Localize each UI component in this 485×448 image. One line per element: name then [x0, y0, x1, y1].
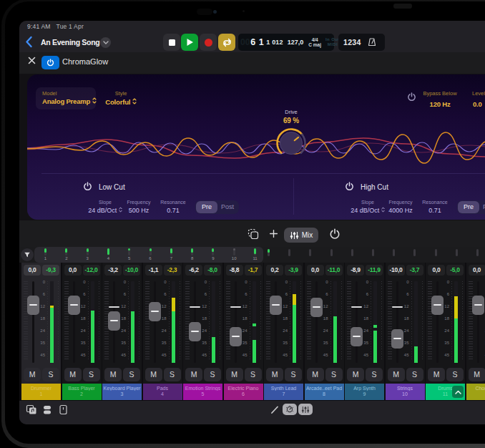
- track-label[interactable]: Drummer 1: [21, 384, 61, 400]
- count-in-button[interactable]: 1234: [343, 38, 361, 47]
- volume-value[interactable]: 0,2: [266, 265, 283, 276]
- collapse-stack-button[interactable]: [452, 386, 464, 398]
- high-cut-power-icon[interactable]: [345, 182, 354, 191]
- mute-button[interactable]: M: [469, 368, 485, 381]
- lcd-display[interactable]: 00 6 1 1 012 127,0 4/4C maj In OutMIDI: [238, 34, 334, 51]
- fader-handle[interactable]: [391, 329, 403, 349]
- play-button[interactable]: [181, 34, 198, 51]
- track-label[interactable]: Synth Lead 7: [264, 384, 303, 400]
- fader-handle[interactable]: [68, 296, 80, 315]
- plugins-icon[interactable]: [42, 404, 52, 415]
- mute-button[interactable]: M: [145, 368, 162, 381]
- add-track-icon[interactable]: [269, 229, 278, 238]
- channel-strip-12[interactable]: 0,0 061218243545 M S: [466, 263, 485, 384]
- channel-strip-9[interactable]: -8,9 -11,9 061218243545 M S: [345, 263, 384, 384]
- volume-value[interactable]: -8,9: [347, 265, 364, 276]
- count-in-group[interactable]: 1234: [338, 34, 385, 51]
- fader-handle[interactable]: [351, 327, 363, 346]
- channel-strip-7[interactable]: 0,2 -3,9 061218243545 M S: [264, 263, 303, 384]
- track-label[interactable]: Keyboard Player 3: [102, 384, 142, 400]
- mute-button[interactable]: M: [24, 368, 41, 381]
- track-label[interactable]: Bass Player 2: [62, 384, 102, 400]
- fader-handle[interactable]: [270, 296, 282, 315]
- solo-button[interactable]: S: [245, 368, 262, 381]
- mix-button[interactable]: Mix: [284, 228, 318, 243]
- mute-button[interactable]: M: [388, 368, 405, 381]
- high-cut-post-button[interactable]: Post: [479, 201, 485, 213]
- volume-value[interactable]: 0,0: [64, 265, 82, 276]
- back-chevron-icon[interactable]: [25, 36, 33, 48]
- solo-button[interactable]: S: [366, 368, 383, 381]
- loop-browser-icon[interactable]: [26, 404, 37, 415]
- track-label[interactable]: Emotion Strings 5: [183, 384, 222, 400]
- track-label[interactable]: Arcade..eet Pad 8: [305, 384, 344, 400]
- track-label[interactable]: Strings 10: [386, 384, 425, 400]
- mute-button[interactable]: M: [347, 368, 364, 381]
- mute-button[interactable]: M: [185, 368, 202, 381]
- track-label[interactable]: Chorus V: [466, 384, 485, 400]
- song-menu-button[interactable]: [100, 37, 111, 48]
- solo-button[interactable]: S: [406, 368, 423, 381]
- mixer-view-button[interactable]: [298, 404, 313, 415]
- volume-value[interactable]: 0,0: [428, 265, 445, 276]
- model-selector[interactable]: Model Analog Preamp: [36, 87, 96, 109]
- channel-strip-10[interactable]: -10,0 -3,7 061218243545 M S: [386, 263, 425, 384]
- solo-button[interactable]: S: [42, 368, 59, 381]
- channel-strip-8[interactable]: 0,0 -11,0 061218243545 M S: [305, 263, 344, 384]
- fader-handle[interactable]: [310, 298, 323, 317]
- mute-button[interactable]: M: [428, 368, 445, 381]
- close-icon[interactable]: [28, 57, 36, 64]
- fader-handle[interactable]: [108, 311, 120, 331]
- volume-value[interactable]: -10,0: [388, 265, 405, 276]
- low-cut-resonance-value[interactable]: 0.71: [148, 207, 198, 214]
- level-control[interactable]: Level 0.0: [472, 90, 485, 109]
- volume-value[interactable]: -6,2: [185, 265, 202, 276]
- channel-strip-4[interactable]: -1,1 -2,3 061218243545 M S: [143, 263, 182, 384]
- mute-button[interactable]: M: [226, 368, 243, 381]
- track-label[interactable]: Pads 4: [143, 384, 182, 400]
- overview-extra-tracks[interactable]: [19, 247, 485, 263]
- mute-button[interactable]: M: [307, 368, 324, 381]
- metronome-icon[interactable]: [367, 37, 377, 47]
- channel-strip-6[interactable]: -8,8 -1,7 061218243545 M S: [224, 263, 263, 384]
- drive-knob[interactable]: [275, 127, 307, 159]
- volume-value[interactable]: 0,0: [24, 265, 41, 276]
- solo-button[interactable]: S: [83, 368, 100, 381]
- fader-handle[interactable]: [431, 296, 444, 315]
- device-icon[interactable]: [59, 404, 68, 415]
- channel-strip-2[interactable]: 0,0 -12,0 061218243545 M S: [62, 263, 102, 384]
- mute-button[interactable]: M: [104, 368, 122, 381]
- mute-button[interactable]: M: [266, 368, 283, 381]
- volume-value[interactable]: -1,1: [145, 265, 162, 276]
- mixer-power-icon[interactable]: [329, 228, 341, 240]
- fader-handle[interactable]: [27, 296, 39, 315]
- solo-button[interactable]: S: [164, 368, 181, 381]
- volume-value[interactable]: 0,0: [307, 265, 324, 276]
- duplicate-icon[interactable]: [248, 228, 259, 240]
- solo-button[interactable]: S: [285, 368, 302, 381]
- plugin-power-button[interactable]: [41, 56, 59, 69]
- track-label[interactable]: Drums 11: [426, 384, 465, 400]
- controls-view-button[interactable]: [283, 404, 297, 415]
- record-button[interactable]: [200, 34, 217, 51]
- song-title[interactable]: An Evening Song: [41, 38, 99, 47]
- stop-button[interactable]: [163, 34, 180, 51]
- fader-handle[interactable]: [189, 322, 201, 341]
- low-cut-power-icon[interactable]: [83, 182, 92, 191]
- track-label[interactable]: Electric Piano 6: [224, 384, 263, 400]
- low-cut-pre-button[interactable]: Pre: [196, 201, 217, 213]
- fader-handle[interactable]: [149, 302, 161, 321]
- solo-button[interactable]: S: [446, 368, 464, 381]
- fader-handle[interactable]: [230, 327, 242, 346]
- mute-button[interactable]: M: [64, 368, 82, 381]
- volume-value[interactable]: -3,2: [104, 265, 122, 276]
- track-label[interactable]: Arp Synth 9: [345, 384, 384, 400]
- channel-strip-5[interactable]: -6,2 -8,0 061218243545 M S: [183, 263, 222, 384]
- channel-strip-3[interactable]: -3,2 -10,0 061218243545 M S: [102, 263, 142, 384]
- bypass-below-control[interactable]: Bypass Below 120 Hz: [418, 90, 462, 109]
- channel-strip-11[interactable]: 0,0 -5,0 061218243545 M S: [426, 263, 465, 384]
- pencil-icon[interactable]: [270, 404, 280, 415]
- volume-value[interactable]: -8,8: [226, 265, 243, 276]
- fader-handle[interactable]: [472, 296, 484, 315]
- solo-button[interactable]: S: [204, 368, 221, 381]
